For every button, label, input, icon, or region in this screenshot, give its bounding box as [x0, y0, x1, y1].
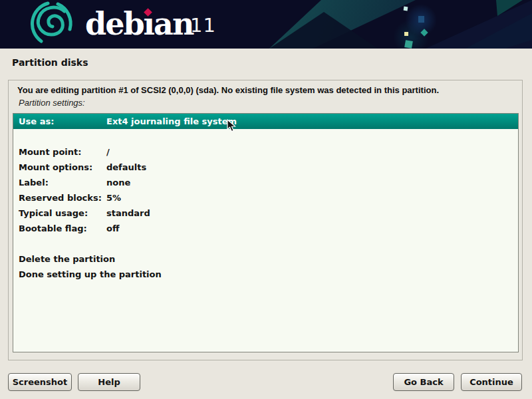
header-banner: debıan 11: [0, 0, 532, 49]
wordmark-i: ı: [144, 6, 154, 42]
row-spacer-2: [13, 236, 518, 251]
row-value: 5%: [106, 193, 518, 203]
mouse-cursor-icon: [227, 119, 237, 133]
info-message: You are editing partition #1 of SCSI2 (0…: [17, 85, 439, 95]
page-title: Partition disks: [12, 57, 88, 68]
deco-square-yellow: [404, 32, 408, 36]
row-value: none: [106, 178, 518, 188]
row-value: off: [106, 223, 518, 233]
debian-wordmark: debıan: [85, 5, 193, 43]
help-button[interactable]: Help: [78, 373, 140, 391]
row-label: Bootable flag:: [13, 223, 106, 233]
debian-installer-window: debıan 11 Partition disks You are editin…: [0, 0, 532, 399]
row-label-setting[interactable]: Label: none: [13, 175, 518, 190]
row-reserved-blocks[interactable]: Reserved blocks: 5%: [13, 190, 518, 205]
row-mount-options[interactable]: Mount options: defaults: [13, 160, 518, 175]
go-back-button[interactable]: Go Back: [393, 373, 454, 391]
partition-settings-list: Use as: Ext4 journaling file system Moun…: [13, 113, 519, 352]
version-label: 11: [190, 14, 216, 37]
row-value: defaults: [106, 162, 518, 172]
header-decoration-glow: [0, 0, 532, 49]
row-label: Reserved blocks:: [13, 193, 106, 203]
deco-square-cyan: [404, 7, 408, 11]
continue-button[interactable]: Continue: [461, 373, 522, 391]
row-spacer-1: [13, 129, 518, 144]
row-bootable-flag[interactable]: Bootable flag: off: [13, 221, 518, 236]
row-value: Ext4 journaling file system: [106, 116, 518, 126]
row-label: Mount options:: [13, 162, 106, 172]
content-frame: You are editing partition #1 of SCSI2 (0…: [8, 80, 523, 360]
row-label: Label:: [13, 178, 106, 188]
row-done-setting-up[interactable]: Done setting up the partition: [13, 267, 518, 282]
row-value: standard: [106, 208, 518, 218]
deco-square-blue: [418, 16, 424, 23]
row-delete-partition[interactable]: Delete the partition: [13, 251, 518, 267]
partition-settings-label: Partition settings:: [19, 98, 85, 108]
row-label: Mount point:: [13, 147, 106, 157]
row-mount-point[interactable]: Mount point: /: [13, 144, 518, 160]
row-value: /: [106, 147, 518, 157]
row-label: Use as:: [13, 116, 106, 126]
row-typical-usage[interactable]: Typical usage: standard: [13, 205, 518, 221]
debian-red-diamond-icon: [144, 8, 152, 17]
row-use-as[interactable]: Use as: Ext4 journaling file system: [13, 114, 518, 129]
debian-swirl-icon: [28, 1, 74, 48]
deco-square-teal: [404, 40, 413, 49]
screenshot-button[interactable]: Screenshot: [8, 373, 72, 391]
row-label: Typical usage:: [13, 208, 106, 218]
row-label: Delete the partition: [13, 254, 115, 264]
row-label: Done setting up the partition: [13, 269, 162, 279]
